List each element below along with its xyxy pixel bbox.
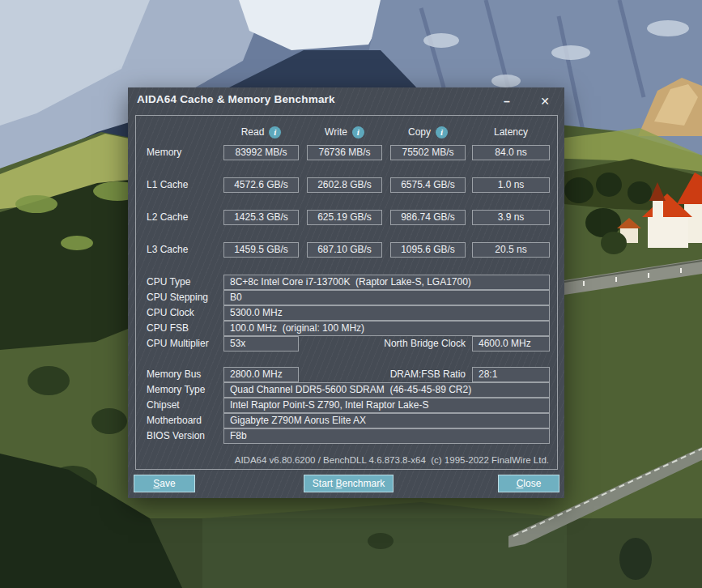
l2-latency-value: 3.9 ns bbox=[472, 210, 550, 225]
start-label-post: enchmark bbox=[342, 478, 385, 489]
dram-fsb-ratio-label: DRAM:FSB Ratio bbox=[298, 367, 466, 382]
l3-copy-value: 1095.6 GB/s bbox=[390, 242, 466, 258]
cpu-stepping-value: B0 bbox=[223, 290, 550, 305]
l1-read-value: 4572.6 GB/s bbox=[223, 177, 299, 193]
version-footer: AIDA64 v6.80.6200 / BenchDLL 4.6.873.8-x… bbox=[235, 455, 549, 465]
aida64-benchmark-window: AIDA64 Cache & Memory Benchmark – ✕ Read… bbox=[128, 87, 564, 498]
cpu-clock-value: 5300.0 MHz bbox=[223, 305, 550, 321]
minimize-icon: – bbox=[504, 95, 510, 108]
motherboard-label: Motherboard bbox=[147, 413, 202, 428]
cpu-clock-label: CPU Clock bbox=[147, 305, 194, 321]
content-frame: Read i Write i Copy i Latency Memory 839… bbox=[135, 115, 558, 470]
cpu-type-label: CPU Type bbox=[147, 275, 190, 290]
memory-write-value: 76736 MB/s bbox=[307, 145, 382, 160]
info-icon-glyph: i bbox=[440, 127, 443, 137]
minimize-button[interactable]: – bbox=[494, 92, 520, 110]
start-label-key: B bbox=[335, 478, 342, 489]
bios-version-value: F8b bbox=[223, 428, 550, 444]
l3-read-value: 1459.5 GB/s bbox=[223, 242, 299, 258]
row-label-l2-cache: L2 Cache bbox=[147, 210, 188, 225]
row-label-l1-cache: L1 Cache bbox=[147, 177, 188, 193]
bios-version-label: BIOS Version bbox=[147, 428, 205, 444]
motherboard-value: Gigabyte Z790M Aorus Elite AX bbox=[223, 413, 550, 428]
cpu-multiplier-value: 53x bbox=[223, 336, 299, 352]
l2-write-value: 625.19 GB/s bbox=[307, 210, 382, 225]
latency-column-label: Latency bbox=[494, 126, 528, 138]
column-header-read: Read i bbox=[223, 125, 299, 139]
l3-write-value: 687.10 GB/s bbox=[307, 242, 382, 258]
l1-latency-value: 1.0 ns bbox=[472, 177, 550, 193]
read-column-label: Read bbox=[241, 126, 265, 138]
close-dialog-button[interactable]: Close bbox=[498, 475, 559, 492]
column-header-latency: Latency bbox=[472, 125, 550, 139]
memory-read-value: 83992 MB/s bbox=[223, 145, 299, 160]
column-header-write: Write i bbox=[307, 125, 382, 139]
cpu-fsb-value: 100.0 MHz (original: 100 MHz) bbox=[223, 321, 550, 336]
close-label-post: lose bbox=[523, 478, 541, 489]
info-icon[interactable]: i bbox=[269, 126, 281, 138]
chipset-label: Chipset bbox=[147, 398, 180, 413]
l3-latency-value: 20.5 ns bbox=[472, 242, 550, 258]
start-benchmark-button[interactable]: Start Benchmark bbox=[304, 475, 394, 492]
memory-copy-value: 75502 MB/s bbox=[390, 145, 466, 160]
save-button[interactable]: Save bbox=[134, 475, 195, 492]
l2-read-value: 1425.3 GB/s bbox=[223, 210, 299, 225]
memory-type-label: Memory Type bbox=[147, 382, 205, 398]
close-label-key: C bbox=[517, 478, 524, 489]
l1-copy-value: 6575.4 GB/s bbox=[390, 177, 466, 193]
start-label-pre: Start bbox=[313, 478, 336, 489]
memory-latency-value: 84.0 ns bbox=[472, 145, 550, 160]
info-icon[interactable]: i bbox=[436, 126, 448, 138]
info-icon-glyph: i bbox=[357, 127, 360, 137]
memory-bus-value: 2800.0 MHz bbox=[223, 367, 299, 382]
save-label-key: S bbox=[153, 478, 160, 489]
row-label-l3-cache: L3 Cache bbox=[147, 242, 188, 258]
cpu-type-value: 8C+8c Intel Core i7-13700K (Raptor Lake-… bbox=[223, 275, 550, 290]
title-bar[interactable]: AIDA64 Cache & Memory Benchmark – ✕ bbox=[128, 87, 564, 113]
cpu-stepping-label: CPU Stepping bbox=[147, 290, 208, 305]
chipset-value: Intel Raptor Point-S Z790, Intel Raptor … bbox=[223, 398, 550, 413]
close-button[interactable]: ✕ bbox=[532, 92, 558, 110]
info-icon[interactable]: i bbox=[352, 126, 364, 138]
dram-fsb-ratio-value: 28:1 bbox=[472, 367, 550, 382]
write-column-label: Write bbox=[325, 126, 347, 138]
l1-write-value: 2602.8 GB/s bbox=[307, 177, 382, 193]
copy-column-label: Copy bbox=[408, 126, 431, 138]
l2-copy-value: 986.74 GB/s bbox=[390, 210, 466, 225]
cpu-multiplier-label: CPU Multiplier bbox=[147, 336, 209, 352]
north-bridge-clock-label: North Bridge Clock bbox=[298, 336, 466, 352]
memory-bus-label: Memory Bus bbox=[147, 367, 201, 382]
north-bridge-clock-value: 4600.0 MHz bbox=[472, 336, 550, 352]
row-label-memory: Memory bbox=[147, 145, 181, 160]
column-header-copy: Copy i bbox=[390, 125, 466, 139]
info-icon-glyph: i bbox=[274, 127, 276, 137]
cpu-fsb-label: CPU FSB bbox=[147, 321, 189, 336]
window-title: AIDA64 Cache & Memory Benchmark bbox=[137, 93, 335, 105]
close-icon: ✕ bbox=[540, 95, 550, 108]
save-label-post: ave bbox=[160, 478, 175, 489]
memory-type-value: Quad Channel DDR5-5600 SDRAM (46-45-45-8… bbox=[223, 382, 550, 398]
